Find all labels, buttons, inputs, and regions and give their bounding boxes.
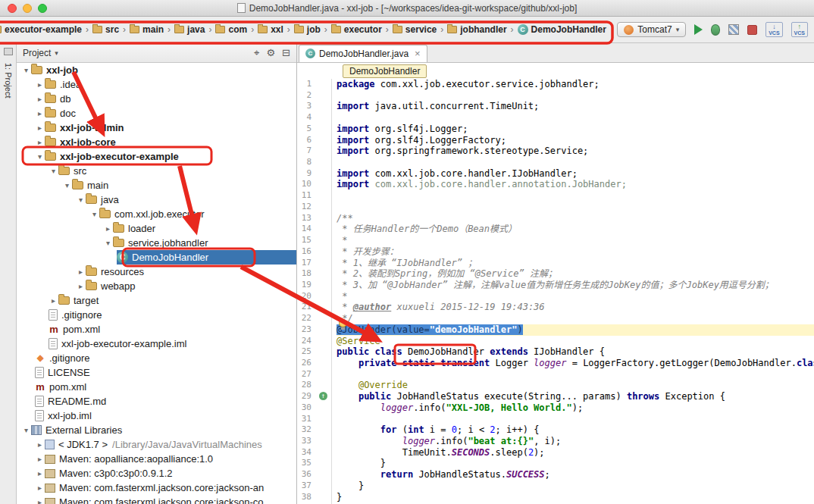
chevron-down-icon[interactable]: ▾ [35, 149, 45, 164]
code-line[interactable]: } [337, 481, 814, 492]
breadcrumb-item[interactable]: jobhandler [446, 24, 507, 35]
tree-item[interactable]: ▸.idea [17, 77, 296, 92]
tree-item[interactable]: .gitignore [17, 308, 296, 322]
tree-item[interactable]: CDemoJobHandler [17, 250, 296, 265]
editor-tab[interactable]: C DemoJobHandler.java × [299, 45, 427, 62]
tree-item[interactable]: README.md [17, 394, 296, 409]
code-line[interactable]: * [337, 235, 814, 246]
settings-icon[interactable]: ⚙ [266, 47, 275, 59]
code-line[interactable]: @Override [337, 380, 814, 391]
tree-item[interactable]: ▾main [17, 178, 296, 193]
breadcrumb-item[interactable]: executor-example [0, 24, 83, 35]
code-line[interactable]: import org.slf4j.Logger; [337, 124, 814, 135]
debug-button[interactable] [711, 24, 720, 36]
run-configuration-select[interactable]: Tomcat7 ▾ [617, 22, 686, 37]
code-line[interactable] [337, 157, 814, 168]
breadcrumb-item[interactable]: job [293, 24, 321, 35]
coverage-button[interactable] [728, 24, 739, 35]
code-line[interactable]: import com.xxl.job.core.handler.IJobHand… [337, 168, 814, 180]
chevron-down-icon[interactable]: ▾ [76, 193, 86, 207]
tree-item[interactable]: ▸webapp [17, 279, 296, 293]
tree-item[interactable]: ▸db [17, 92, 296, 106]
close-tab-icon[interactable]: × [415, 48, 421, 59]
breadcrumb-item[interactable]: xxl [257, 24, 284, 35]
tree-item[interactable]: ▾com.xxl.job.executor [17, 207, 296, 221]
breadcrumb-class-tag[interactable]: DemoJobHandler [343, 64, 427, 78]
tree-item[interactable]: LICENSE [17, 365, 296, 380]
chevron-down-icon[interactable]: ▾ [89, 207, 99, 221]
tree-item[interactable]: ▸xxl-job-admin [17, 121, 296, 135]
chevron-right-icon[interactable]: ▸ [35, 466, 45, 481]
tree-item[interactable]: ▾xxl-job [17, 63, 296, 77]
hide-panel-icon[interactable]: ⊟ [282, 47, 290, 59]
chevron-down-icon[interactable]: ▾ [21, 63, 31, 77]
chevron-right-icon[interactable]: ▸ [35, 121, 45, 135]
code-line[interactable] [337, 112, 814, 124]
chevron-right-icon[interactable]: ▸ [35, 77, 45, 92]
code-line[interactable]: * [337, 291, 814, 302]
tree-item[interactable]: ▸Maven: com.fasterxml.jackson.core:jacks… [17, 481, 296, 495]
code-line[interactable]: package com.xxl.job.executor.service.job… [337, 79, 814, 90]
code-line[interactable]: import org.slf4j.LoggerFactory; [337, 135, 814, 146]
chevron-down-icon[interactable]: ▾ [62, 178, 72, 193]
chevron-right-icon[interactable]: ▸ [35, 135, 45, 149]
code-line[interactable]: */ [337, 313, 814, 324]
code-line[interactable]: public JobHandleStatus execute(String...… [337, 391, 814, 402]
breadcrumb-item[interactable]: src [92, 24, 120, 35]
code-line[interactable]: logger.info("beat at:{}", i); [337, 436, 814, 447]
tree-item[interactable]: mpom.xml [17, 380, 296, 394]
vcs-commit-button[interactable]: VCS [791, 22, 808, 37]
override-marker-icon[interactable]: ↑ [319, 392, 327, 400]
chevron-right-icon[interactable]: ▸ [35, 92, 45, 106]
tree-item[interactable]: ▸xxl-job-core [17, 135, 296, 149]
breadcrumb-item[interactable]: service [392, 24, 437, 35]
code-line[interactable]: import java.util.concurrent.TimeUnit; [337, 101, 814, 112]
code-line[interactable]: @JobHander(value="demoJobHandler") [337, 324, 814, 336]
code-line[interactable]: TimeUnit.SECONDS.sleep(2); [337, 447, 814, 459]
code-line[interactable]: /** [337, 213, 814, 224]
chevron-right-icon[interactable]: ▸ [35, 481, 45, 495]
code-line[interactable]: for (int i = 0; i < 2; i++) { [337, 424, 814, 436]
tree-item[interactable]: ▸resources [17, 265, 296, 279]
chevron-right-icon[interactable]: ▸ [35, 106, 45, 121]
tree-item[interactable]: ▾xxl-job-executor-example [17, 149, 296, 164]
code-line[interactable]: return JobHandleStatus.SUCCESS; [337, 469, 814, 481]
code-line[interactable]: * 3、加 “@JobHander” 注解，注解value值为新增任务生成的Jo… [337, 280, 814, 291]
breadcrumb-item[interactable]: CDemoJobHandler [517, 24, 607, 35]
intention-bulb-icon[interactable] [339, 319, 347, 327]
code-line[interactable]: } [337, 458, 814, 469]
code-line[interactable]: * 1、继承 “IJobHandler” ； [337, 258, 814, 269]
code-line[interactable] [337, 202, 814, 213]
code-line[interactable]: @Service [337, 336, 814, 347]
stop-button[interactable] [747, 25, 757, 35]
tree-item[interactable]: ▸Maven: c3p0:c3p0:0.9.1.2 [17, 466, 296, 481]
code-line[interactable]: * @author xuxueli 2015-12-19 19:43:36 [337, 302, 814, 313]
code-line[interactable]: import com.xxl.job.core.handler.annotati… [337, 179, 814, 190]
project-view-selector[interactable]: Project ▾ [23, 48, 58, 58]
chevron-right-icon[interactable]: ▸ [103, 221, 113, 236]
chevron-down-icon[interactable]: ▾ [103, 236, 113, 250]
code-line[interactable]: * 开发步骤： [337, 246, 814, 258]
breadcrumb-item[interactable]: main [129, 24, 164, 35]
tree-item[interactable]: ▸< JDK1.7 >/Library/Java/JavaVirtualMach… [17, 437, 296, 452]
close-window-button[interactable] [8, 4, 17, 13]
code-line[interactable] [337, 90, 814, 102]
tree-item[interactable]: ◆.gitignore [17, 351, 296, 365]
code-line[interactable] [337, 369, 814, 380]
tree-item[interactable]: ▸Maven: com.fasterxml.jackson.core:jacks… [17, 495, 296, 504]
tree-item[interactable]: mpom.xml [17, 322, 296, 337]
chevron-down-icon[interactable]: ▾ [21, 423, 31, 437]
tree-item[interactable]: ▸target [17, 293, 296, 308]
chevron-right-icon[interactable]: ▸ [49, 293, 58, 308]
tree-item[interactable]: ▾service.jobhandler [17, 236, 296, 250]
tree-item[interactable]: xxl-job-executor-example.iml [17, 337, 296, 351]
tree-item[interactable]: ▾java [17, 193, 296, 207]
code-line[interactable]: import org.springframework.stereotype.Se… [337, 146, 814, 157]
tree-item[interactable]: ▸loader [17, 221, 296, 236]
code-line[interactable]: logger.info("XXL-JOB, Hello World."); [337, 402, 814, 414]
chevron-right-icon[interactable]: ▸ [76, 279, 86, 293]
code-line[interactable] [337, 190, 814, 202]
code-line[interactable]: private static transient Logger logger =… [337, 358, 814, 369]
tool-window-icon[interactable] [4, 48, 13, 55]
chevron-right-icon[interactable]: ▸ [35, 437, 45, 452]
